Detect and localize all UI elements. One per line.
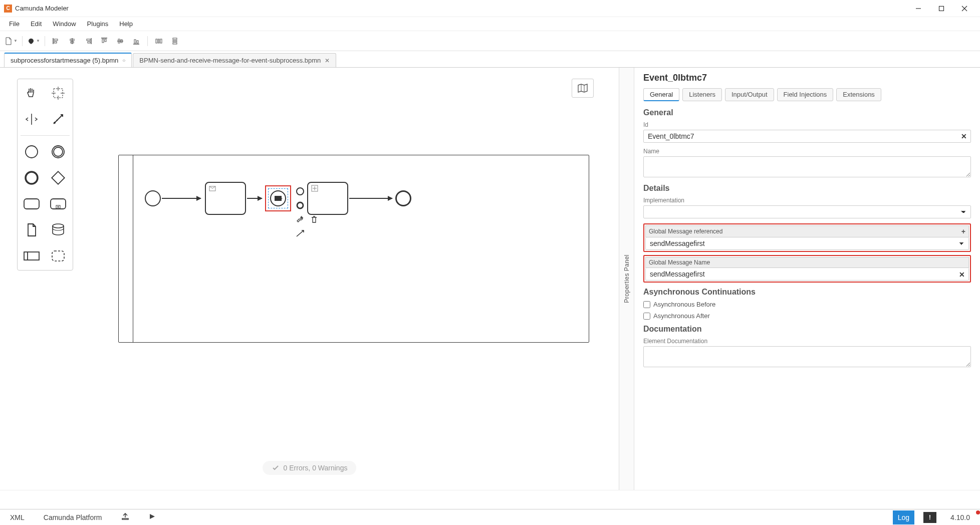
elem-doc-label: Element Documentation <box>643 338 971 345</box>
svg-rect-21 <box>137 41 138 43</box>
svg-rect-49 <box>52 251 64 261</box>
id-label: Id <box>643 121 971 128</box>
sb-version[interactable]: 4.10.0 <box>945 511 975 523</box>
id-input[interactable] <box>643 130 971 143</box>
svg-rect-47 <box>24 252 39 260</box>
window-close-button[interactable] <box>953 1 976 16</box>
distribute-v-button[interactable] <box>168 34 182 48</box>
add-global-message-icon[interactable]: + <box>961 227 965 235</box>
bpmn-palette <box>17 79 73 271</box>
async-after-checkbox[interactable] <box>643 313 650 320</box>
window-minimize-button[interactable] <box>907 1 930 16</box>
tab-2[interactable]: BPMN-send-and-receive-message-for-event-… <box>133 53 336 67</box>
bpmn-sequence-flow[interactable] <box>349 198 392 199</box>
name-input[interactable] <box>643 156 971 177</box>
distribute-h-button[interactable] <box>152 34 166 48</box>
ptab-field-injections[interactable]: Field Injections <box>777 88 834 101</box>
async-after-row[interactable]: Asynchronous After <box>643 312 971 320</box>
async-before-row[interactable]: Asynchronous Before <box>643 301 971 308</box>
sb-platform[interactable]: Camunda Platform <box>39 511 107 523</box>
global-msg-name-input[interactable] <box>645 268 969 281</box>
elem-doc-input[interactable] <box>643 346 971 367</box>
palette-group[interactable] <box>47 245 69 267</box>
context-append-event[interactable] <box>294 185 306 197</box>
align-right-button[interactable] <box>81 34 95 48</box>
highlight-global-message-name: Global Message Name ✕ <box>643 255 971 283</box>
palette-connect-tool[interactable] <box>47 108 69 130</box>
align-top-button[interactable] <box>97 34 111 48</box>
main-area: 0 Errors, 0 Warnings Properties Panel Ev… <box>0 67 980 490</box>
sb-log-button[interactable]: Log <box>893 510 914 524</box>
sb-feedback-icon[interactable]: ! <box>923 512 936 523</box>
svg-rect-20 <box>134 40 136 43</box>
new-file-button[interactable]: ▼ <box>4 34 18 48</box>
pool-lane-divider <box>133 155 133 342</box>
ptab-io[interactable]: Input/Output <box>725 88 774 101</box>
menu-file[interactable]: File <box>4 18 25 30</box>
context-connect-icon[interactable] <box>294 227 306 239</box>
section-async-heading: Asynchronous Continuations <box>643 288 971 297</box>
clear-id-icon[interactable]: ✕ <box>961 132 967 140</box>
menu-help[interactable]: Help <box>114 18 138 30</box>
align-center-h-button[interactable] <box>65 34 79 48</box>
tab-1[interactable]: subprocessforstartmessage (5).bpmn ○ <box>4 53 132 67</box>
context-append-end-event[interactable] <box>294 199 306 211</box>
svg-rect-12 <box>88 42 90 43</box>
palette-gateway[interactable] <box>47 167 69 189</box>
svg-point-34 <box>54 122 56 124</box>
menu-edit[interactable]: Edit <box>26 18 47 30</box>
sb-run-icon[interactable] <box>143 511 160 523</box>
bpmn-end-event[interactable] <box>395 190 411 206</box>
context-wrench-icon[interactable] <box>294 213 306 225</box>
svg-point-36 <box>26 146 38 158</box>
ptab-listeners[interactable]: Listeners <box>682 88 722 101</box>
tab-label: subprocessforstartmessage (5).bpmn <box>11 57 118 64</box>
bpmn-task-1[interactable] <box>205 182 246 215</box>
svg-rect-15 <box>105 39 106 42</box>
menu-window[interactable]: Window <box>48 18 81 30</box>
validation-status[interactable]: 0 Errors, 0 Warnings <box>263 461 357 475</box>
palette-intermediate-event[interactable] <box>47 141 69 163</box>
align-left-button[interactable] <box>49 34 63 48</box>
palette-end-event[interactable] <box>21 167 43 189</box>
svg-rect-5 <box>54 39 58 41</box>
bpmn-start-event[interactable] <box>145 190 161 206</box>
tab-close-icon[interactable]: ✕ <box>325 57 330 64</box>
context-delete-icon[interactable] <box>308 213 320 225</box>
clear-global-msg-name-icon[interactable]: ✕ <box>959 271 965 279</box>
bpmn-sequence-flow[interactable] <box>247 198 262 199</box>
palette-space-tool[interactable] <box>21 108 43 130</box>
global-msg-ref-select[interactable]: sendMessagefirst <box>645 237 969 250</box>
sb-deploy-icon[interactable] <box>116 510 134 524</box>
bpmn-subprocess-collapsed[interactable] <box>307 182 348 215</box>
palette-task[interactable] <box>21 193 43 215</box>
bpmn-sequence-flow[interactable] <box>162 198 201 199</box>
bpmn-selected-message-event[interactable] <box>265 185 291 211</box>
toolbar: ▼ ▼ <box>0 31 980 51</box>
async-before-checkbox[interactable] <box>643 301 650 308</box>
ptab-extensions[interactable]: Extensions <box>836 88 881 101</box>
global-msg-name-label: Global Message Name <box>649 259 710 266</box>
palette-hand-tool[interactable] <box>21 82 43 104</box>
menu-plugins[interactable]: Plugins <box>82 18 114 30</box>
align-bottom-button[interactable] <box>129 34 143 48</box>
sb-xml-toggle[interactable]: XML <box>5 511 30 523</box>
global-msg-ref-label: Global Message referenced <box>649 228 722 235</box>
color-picker-button[interactable]: ▼ <box>27 34 41 48</box>
palette-participant[interactable] <box>21 245 43 267</box>
palette-lasso-tool[interactable] <box>47 82 69 104</box>
svg-point-56 <box>297 202 303 208</box>
window-maximize-button[interactable] <box>930 1 953 16</box>
bpmn-pool[interactable] <box>118 155 589 343</box>
async-before-label: Asynchronous Before <box>653 301 715 308</box>
align-center-v-button[interactable] <box>113 34 127 48</box>
palette-data-object[interactable] <box>21 219 43 241</box>
properties-panel-handle[interactable]: Properties Panel <box>619 68 634 490</box>
palette-start-event[interactable] <box>21 141 43 163</box>
palette-data-store[interactable] <box>47 219 69 241</box>
ptab-general[interactable]: General <box>643 88 679 101</box>
palette-subprocess[interactable] <box>47 193 69 215</box>
svg-point-53 <box>297 188 304 195</box>
implementation-select[interactable] <box>643 205 971 218</box>
bpmn-canvas[interactable] <box>95 79 594 475</box>
